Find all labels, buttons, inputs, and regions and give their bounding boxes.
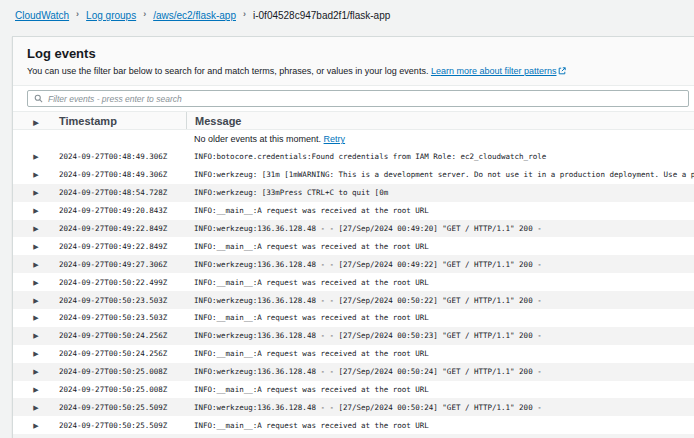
log-event-row: ▶ 2024-09-27T00:50:26.260Z INFO:werkzeug… — [13, 434, 694, 438]
log-event-row: ▶ 2024-09-27T00:50:24.256Z INFO:werkzeug… — [13, 327, 694, 345]
expand-row-button[interactable]: ▶ — [33, 225, 38, 232]
log-message: INFO:botocore.credentials:Found credenti… — [186, 152, 694, 161]
breadcrumb-log-group-name[interactable]: /aws/ec2/flask-app — [153, 10, 236, 21]
expand-row-button[interactable]: ▶ — [33, 171, 38, 178]
expand-row-button[interactable]: ▶ — [33, 189, 38, 196]
breadcrumb-log-stream-name: i-0f04528c947bad2f1/flask-app — [253, 10, 390, 21]
log-timestamp: 2024-09-27T00:50:25.509Z — [59, 421, 186, 430]
page-title: Log events — [27, 46, 679, 61]
log-message: INFO:werkzeug:136.36.128.48 - - [27/Sep/… — [186, 403, 694, 412]
no-older-events-text: No older events at this moment. — [194, 134, 321, 144]
expand-row-button[interactable]: ▶ — [33, 297, 38, 304]
log-timestamp: 2024-09-27T00:48:49.306Z — [59, 170, 186, 179]
search-icon — [34, 94, 43, 103]
filter-bar: Filter events - press enter to search — [13, 86, 694, 111]
log-event-row: ▶ 2024-09-27T00:50:25.509Z INFO:werkzeug… — [13, 398, 694, 416]
expand-row-button[interactable]: ▶ — [33, 207, 38, 214]
expand-row-button[interactable]: ▶ — [33, 153, 38, 160]
log-message: INFO:werkzeug:136.36.128.48 - - [27/Sep/… — [186, 224, 694, 233]
retry-link[interactable]: Retry — [324, 134, 346, 144]
log-message: INFO:werkzeug:136.36.128.48 - - [27/Sep/… — [186, 331, 694, 340]
log-timestamp: 2024-09-27T00:50:23.503Z — [59, 313, 186, 322]
breadcrumb-log-groups[interactable]: Log groups — [86, 10, 136, 21]
chevron-right-icon: › — [243, 9, 246, 19]
expand-row-button[interactable]: ▶ — [33, 332, 38, 339]
log-timestamp: 2024-09-27T00:49:27.306Z — [59, 260, 186, 269]
filter-input-placeholder: Filter events - press enter to search — [48, 94, 182, 104]
log-event-row: ▶ 2024-09-27T00:49:27.306Z INFO:werkzeug… — [13, 255, 694, 273]
log-event-row: ▶ 2024-09-27T00:49:22.849Z INFO:__main__… — [13, 237, 694, 255]
expand-row-button[interactable]: ▶ — [33, 261, 38, 268]
log-event-row: ▶ 2024-09-27T00:48:49.306Z INFO:botocore… — [13, 148, 694, 166]
log-message: INFO:__main__:A request was received at … — [186, 242, 694, 251]
filter-events-input[interactable]: Filter events - press enter to search — [27, 90, 689, 107]
log-timestamp: 2024-09-27T00:49:20.843Z — [59, 206, 186, 215]
expand-row-button[interactable]: ▶ — [33, 422, 38, 429]
log-message: INFO:__main__:A request was received at … — [186, 278, 694, 287]
log-event-row: ▶ 2024-09-27T00:50:23.503Z INFO:__main__… — [13, 309, 694, 327]
log-message: INFO:werkzeug: [31m [1mWARNING: This is … — [186, 170, 694, 179]
log-timestamp: 2024-09-27T00:50:23.503Z — [59, 296, 186, 305]
breadcrumb-cloudwatch[interactable]: CloudWatch — [15, 10, 69, 21]
log-timestamp: 2024-09-27T00:50:25.008Z — [59, 385, 186, 394]
chevron-right-icon: › — [143, 9, 146, 19]
expand-row-button[interactable]: ▶ — [33, 279, 38, 286]
expand-row-button[interactable]: ▶ — [33, 314, 38, 321]
expand-row-button[interactable]: ▶ — [33, 243, 38, 250]
log-timestamp: 2024-09-27T00:50:25.509Z — [59, 403, 186, 412]
external-link-icon — [558, 67, 566, 78]
log-timestamp: 2024-09-27T00:50:22.499Z — [59, 278, 186, 287]
log-event-row: ▶ 2024-09-27T00:50:25.008Z INFO:werkzeug… — [13, 363, 694, 381]
table-header-row: ▶ Timestamp Message — [13, 111, 694, 130]
log-event-row: ▶ 2024-09-27T00:49:22.849Z INFO:werkzeug… — [13, 220, 694, 238]
learn-more-link[interactable]: Learn more about filter patterns — [431, 66, 557, 76]
log-timestamp: 2024-09-27T00:50:25.008Z — [59, 367, 186, 376]
log-message: INFO:werkzeug:136.36.128.48 - - [27/Sep/… — [186, 260, 694, 269]
log-timestamp: 2024-09-27T00:48:54.728Z — [59, 188, 186, 197]
log-events-panel: Log events You can use the filter bar be… — [12, 36, 694, 438]
expand-row-button[interactable]: ▶ — [33, 386, 38, 393]
log-message: INFO:__main__:A request was received at … — [186, 313, 694, 322]
message-column-header: Message — [186, 112, 694, 129]
log-timestamp: 2024-09-27T00:50:24.256Z — [59, 349, 186, 358]
log-event-row: ▶ 2024-09-27T00:48:49.306Z INFO:werkzeug… — [13, 166, 694, 184]
log-timestamp: 2024-09-27T00:48:49.306Z — [59, 152, 186, 161]
log-message: INFO:__main__:A request was received at … — [186, 349, 694, 358]
log-message: INFO:werkzeug:136.36.128.48 - - [27/Sep/… — [186, 296, 694, 305]
log-event-row: ▶ 2024-09-27T00:50:25.008Z INFO:__main__… — [13, 381, 694, 399]
timestamp-column-header: Timestamp — [59, 115, 186, 127]
no-older-events-row: No older events at this moment. Retry — [13, 130, 694, 148]
log-events-list: ▶ 2024-09-27T00:48:49.306Z INFO:botocore… — [13, 148, 694, 438]
expand-row-button[interactable]: ▶ — [33, 404, 38, 411]
expand-row-button[interactable]: ▶ — [33, 350, 38, 357]
log-event-row: ▶ 2024-09-27T00:48:54.728Z INFO:werkzeug… — [13, 184, 694, 202]
panel-description: You can use the filter bar below to sear… — [27, 66, 679, 78]
log-message: INFO:__main__:A request was received at … — [186, 421, 694, 430]
log-event-row: ▶ 2024-09-27T00:50:24.256Z INFO:__main__… — [13, 345, 694, 363]
log-message: INFO:werkzeug: [33mPress CTRL+C to quit … — [186, 188, 694, 197]
log-message: INFO:werkzeug:136.36.128.48 - - [27/Sep/… — [186, 367, 694, 376]
log-message: INFO:__main__:A request was received at … — [186, 385, 694, 394]
log-timestamp: 2024-09-27T00:49:22.849Z — [59, 224, 186, 233]
chevron-right-icon: › — [76, 9, 79, 19]
caret-right-icon: ▶ — [33, 119, 38, 126]
log-timestamp: 2024-09-27T00:50:24.256Z — [59, 331, 186, 340]
expand-row-button[interactable]: ▶ — [33, 368, 38, 375]
log-event-row: ▶ 2024-09-27T00:49:20.843Z INFO:__main__… — [13, 202, 694, 220]
breadcrumb: CloudWatch › Log groups › /aws/ec2/flask… — [0, 0, 694, 34]
log-message: INFO:__main__:A request was received at … — [186, 206, 694, 215]
panel-header: Log events You can use the filter bar be… — [13, 37, 694, 86]
log-event-row: ▶ 2024-09-27T00:50:22.499Z INFO:__main__… — [13, 273, 694, 291]
log-event-row: ▶ 2024-09-27T00:50:25.509Z INFO:__main__… — [13, 416, 694, 434]
log-timestamp: 2024-09-27T00:49:22.849Z — [59, 242, 186, 251]
expand-column-header: ▶ — [13, 115, 59, 127]
description-text: You can use the filter bar below to sear… — [27, 66, 428, 76]
log-event-row: ▶ 2024-09-27T00:50:23.503Z INFO:werkzeug… — [13, 291, 694, 309]
